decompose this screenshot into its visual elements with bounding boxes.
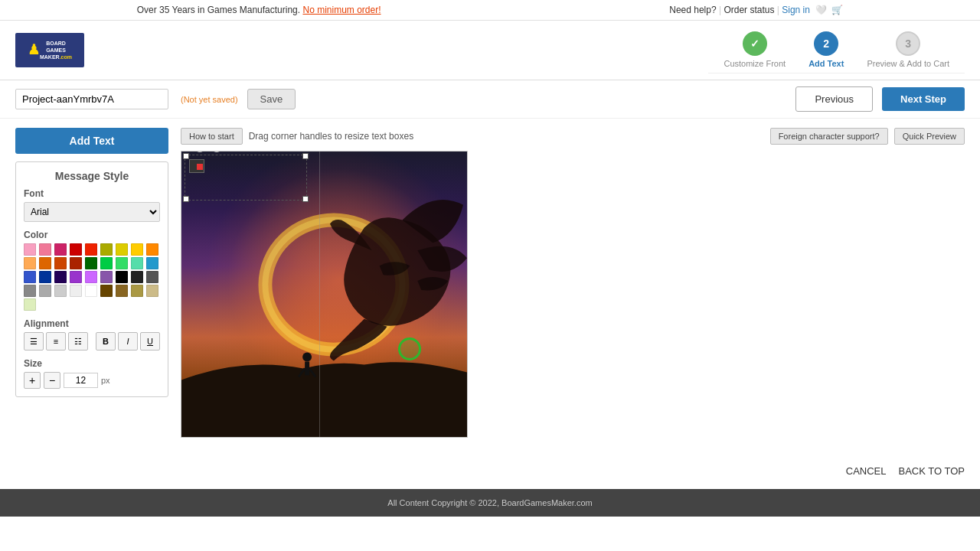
nav-order-status[interactable]: Order status [724, 5, 774, 15]
font-label: Font [24, 188, 160, 199]
color-swatch[interactable] [131, 257, 143, 269]
svg-rect-3 [305, 362, 309, 376]
color-swatch[interactable] [54, 285, 67, 297]
text-box-handle-tl[interactable] [183, 153, 189, 159]
size-row: + − px [24, 372, 160, 389]
italic-button[interactable]: I [118, 332, 138, 350]
color-swatch[interactable] [39, 243, 51, 256]
toolbar-row: (Not yet saved) Save Previous Next Step [0, 80, 980, 119]
how-to-start-button[interactable]: How to start [181, 128, 243, 145]
color-swatch[interactable] [100, 271, 113, 283]
color-swatch[interactable] [85, 257, 97, 269]
color-swatch[interactable] [116, 285, 128, 297]
nav-sign-in[interactable]: Sign in [782, 5, 810, 15]
main-layout: Add Text Message Style Font Arial Times … [0, 119, 980, 447]
color-swatch[interactable] [116, 243, 128, 256]
color-swatch[interactable] [131, 271, 143, 283]
text-box-handle-br[interactable] [302, 196, 309, 202]
logo-area: ♟ BOARDGAMESMAKER.com [15, 33, 84, 67]
nav-help[interactable]: Need help? [669, 5, 716, 15]
step-2-label: Add Text [808, 59, 844, 68]
step-2-circle: 2 [814, 31, 838, 56]
color-swatch[interactable] [24, 257, 36, 269]
add-text-button[interactable]: Add Text [15, 128, 168, 154]
color-swatch[interactable] [131, 243, 143, 256]
color-swatch[interactable] [100, 257, 113, 269]
footer-copyright: All Content Copyright © 2022, BoardGames… [387, 498, 592, 507]
size-input[interactable] [64, 373, 98, 388]
step-3: 3 Preview & Add to Cart [867, 31, 949, 68]
message-style-panel: Message Style Font Arial Times New Roman… [15, 161, 168, 397]
banner-text: Over 35 Years in Games Manufacturing. [137, 5, 300, 15]
color-swatch[interactable] [39, 271, 51, 283]
step-bar: ✓ Customize Front 2 Add Text 3 Preview &… [708, 27, 965, 73]
step-1-circle: ✓ [743, 31, 767, 56]
header: ♟ BOARDGAMESMAKER.com ✓ Customize Front … [0, 21, 980, 80]
canvas-wrapper[interactable]: ↺ ⧉ [181, 151, 468, 438]
color-swatch[interactable] [24, 271, 36, 283]
text-box-handle-bl[interactable] [183, 196, 189, 202]
canvas-background: ↺ ⧉ [181, 152, 467, 437]
align-center-button[interactable]: ≡ [46, 332, 66, 350]
step-3-circle: 3 [896, 31, 920, 56]
color-swatch[interactable] [146, 271, 158, 283]
size-decrease-button[interactable]: − [44, 372, 60, 389]
footer: All Content Copyright © 2022, BoardGames… [0, 489, 980, 517]
previous-button[interactable]: Previous [795, 86, 873, 112]
svg-point-2 [302, 353, 312, 362]
color-swatch[interactable] [146, 243, 158, 256]
align-right-button[interactable]: ☷ [68, 332, 88, 350]
color-swatch[interactable] [39, 257, 51, 269]
color-swatch[interactable] [70, 257, 82, 269]
color-swatch[interactable] [70, 271, 82, 283]
size-label: Size [24, 358, 160, 369]
color-swatch[interactable] [70, 285, 82, 297]
size-increase-button[interactable]: + [24, 372, 41, 389]
underline-button[interactable]: U [140, 332, 160, 350]
text-box-icons: ↺ ⧉ [194, 151, 222, 152]
color-swatch[interactable] [24, 285, 36, 297]
color-swatch[interactable] [116, 271, 128, 283]
color-swatch[interactable] [85, 271, 97, 283]
align-left-button[interactable]: ☰ [24, 332, 44, 350]
quick-preview-button[interactable]: Quick Preview [894, 128, 965, 145]
step-1-label: Customize Front [724, 59, 786, 68]
color-swatch[interactable] [54, 271, 67, 283]
color-swatch[interactable] [70, 243, 82, 256]
text-copy-icon[interactable]: ⧉ [211, 151, 222, 152]
color-swatch[interactable] [100, 243, 113, 256]
back-to-top-link[interactable]: BACK TO TOP [899, 465, 965, 477]
color-swatch[interactable] [54, 257, 67, 269]
size-unit: px [101, 376, 110, 385]
color-swatch[interactable] [85, 243, 97, 256]
font-select[interactable]: Arial Times New Roman Verdana Georgia [24, 202, 160, 222]
color-palette [24, 243, 160, 311]
bold-button[interactable]: B [96, 332, 116, 350]
color-swatch[interactable] [85, 285, 97, 297]
left-panel: Add Text Message Style Font Arial Times … [15, 128, 168, 438]
text-box-handle-tr[interactable] [302, 153, 309, 159]
step-2: 2 Add Text [808, 31, 844, 68]
logo[interactable]: ♟ BOARDGAMESMAKER.com [15, 33, 84, 67]
next-step-button[interactable]: Next Step [882, 87, 965, 111]
color-swatch[interactable] [131, 285, 143, 297]
color-swatch[interactable] [39, 285, 51, 297]
banner-link[interactable]: No minimum order! [302, 5, 381, 15]
color-swatch[interactable] [100, 285, 113, 297]
not-saved-label: (Not yet saved) [181, 95, 238, 104]
save-button[interactable]: Save [247, 89, 296, 109]
text-box-red-indicator [196, 163, 204, 171]
cancel-link[interactable]: CANCEL [846, 465, 887, 477]
step-3-label: Preview & Add to Cart [867, 59, 949, 68]
color-swatch[interactable] [24, 243, 36, 256]
text-box-overlay[interactable]: ↺ ⧉ [185, 155, 307, 201]
foreign-char-button[interactable]: Foreign character support? [770, 128, 888, 145]
color-swatch[interactable] [146, 285, 158, 297]
color-swatch[interactable] [116, 257, 128, 269]
project-name-input[interactable] [15, 89, 168, 109]
text-rotate-icon[interactable]: ↺ [194, 151, 205, 152]
color-swatch[interactable] [54, 243, 67, 256]
color-swatch[interactable] [24, 298, 36, 311]
color-swatch[interactable] [146, 257, 158, 269]
color-label: Color [24, 230, 160, 240]
